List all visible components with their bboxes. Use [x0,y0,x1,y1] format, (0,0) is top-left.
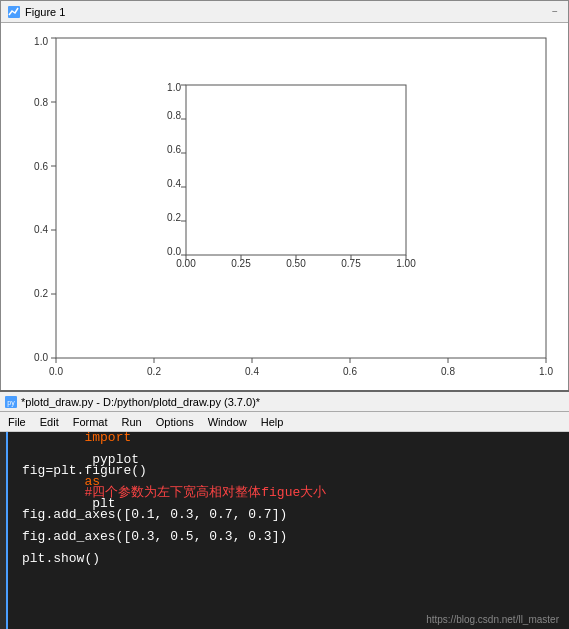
svg-rect-14 [186,85,406,255]
figure-titlebar: Figure 1 − [1,1,568,23]
y-tick-0-2: 0.2 [34,288,48,299]
x-tick-0-2: 0.2 [147,366,161,377]
editor-title: *plotd_draw.py - D:/python/plotd_draw.py… [21,396,260,408]
editor-code: from matplotlib import pyplot as plt fig… [0,432,569,629]
code-line-4: fig.add_axes([0.1, 0.3, 0.7, 0.7]) [10,504,559,526]
x-tick-0-6: 0.6 [343,366,357,377]
y-tick-1-0: 1.0 [34,36,48,47]
menu-help[interactable]: Help [255,415,290,429]
y-tick-0-0: 0.0 [34,352,48,363]
menu-format[interactable]: Format [67,415,114,429]
figure-title: Figure 1 [25,6,548,18]
chart-area: 0.0 0.2 0.4 0.6 0.8 1.0 0.0 0.2 0.4 0.6 … [1,23,568,391]
x-tick-0-4: 0.4 [245,366,259,377]
code-comment: #四个参数为左下宽高相对整体figue大小 [84,485,326,500]
x-tick-0-0: 0.0 [49,366,63,377]
code-line-6: plt.show() [10,548,559,570]
inner-y-tick-0-6: 0.6 [167,144,181,155]
kw-import: import [84,432,131,445]
menu-edit[interactable]: Edit [34,415,65,429]
inner-y-tick-0-0: 0.0 [167,246,181,257]
figure-window: Figure 1 − 0.0 0.2 0.4 0.6 0.8 1.0 0.0 0… [0,0,569,390]
x-tick-1-0: 1.0 [539,366,553,377]
code-line-5: fig.add_axes([0.3, 0.5, 0.3, 0.3]) [10,526,559,548]
menu-window[interactable]: Window [202,415,253,429]
line-number-bar [0,432,8,629]
watermark: https://blog.csdn.net/ll_master [426,614,559,625]
y-tick-0-6: 0.6 [34,161,48,172]
inner-y-tick-1-0: 1.0 [167,82,181,93]
code-line-1: from matplotlib import pyplot as plt [10,438,559,460]
menu-file[interactable]: File [2,415,32,429]
inner-y-tick-0-2: 0.2 [167,212,181,223]
y-tick-0-4: 0.4 [34,224,48,235]
minimize-button[interactable]: − [548,5,562,19]
editor-menubar: File Edit Format Run Options Window Help [0,412,569,432]
menu-options[interactable]: Options [150,415,200,429]
editor-titlebar: py *plotd_draw.py - D:/python/plotd_draw… [0,392,569,412]
x-tick-0-8: 0.8 [441,366,455,377]
inner-y-tick-0-8: 0.8 [167,110,181,121]
editor-window: py *plotd_draw.py - D:/python/plotd_draw… [0,390,569,629]
python-file-icon: py [4,395,18,409]
menu-run[interactable]: Run [116,415,148,429]
inner-y-tick-0-4: 0.4 [167,178,181,189]
figure-icon [7,5,21,19]
y-tick-0-8: 0.8 [34,97,48,108]
code-line-3: #四个参数为左下宽高相对整体figue大小 [10,482,559,504]
main-chart-svg: 0.0 0.2 0.4 0.6 0.8 1.0 0.0 0.2 0.4 0.6 … [1,23,569,391]
svg-text:py: py [7,399,15,407]
